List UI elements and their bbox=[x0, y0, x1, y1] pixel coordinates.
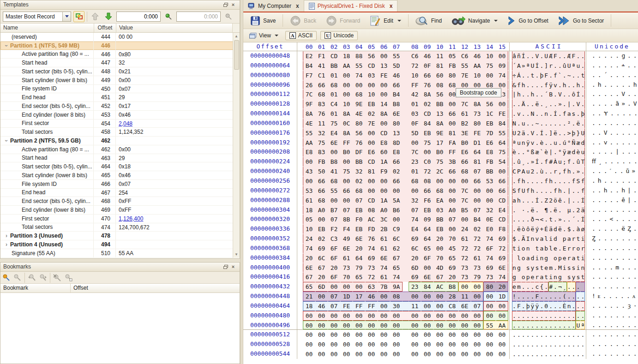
ascii-char[interactable] bbox=[562, 205, 567, 215]
ascii-char[interactable] bbox=[512, 253, 517, 263]
hex-byte[interactable]: 00 bbox=[390, 330, 403, 340]
hex-byte[interactable]: 11 bbox=[315, 119, 328, 128]
hex-byte[interactable]: 69 bbox=[315, 244, 328, 253]
ascii-char[interactable]: a bbox=[567, 234, 572, 244]
hex-byte[interactable]: 73 bbox=[471, 263, 483, 273]
ascii-char[interactable]: . bbox=[539, 176, 544, 186]
hex-byte[interactable]: 65 bbox=[353, 272, 365, 282]
ascii-char[interactable]: . bbox=[539, 80, 544, 90]
ascii-char[interactable]: ö bbox=[553, 196, 558, 205]
hex-byte[interactable]: 6E bbox=[340, 244, 353, 253]
ascii-char[interactable]: ë bbox=[576, 119, 580, 128]
ascii-char[interactable]: . bbox=[548, 109, 553, 119]
hex-byte[interactable]: E6 bbox=[483, 138, 496, 148]
ascii-char[interactable]: . bbox=[526, 51, 530, 61]
hex-byte[interactable]: 46 bbox=[471, 51, 483, 61]
unicode-text[interactable]: ....ȁ».V bbox=[586, 99, 638, 109]
ascii-char[interactable]: . bbox=[526, 349, 530, 359]
hex-byte[interactable]: 00 bbox=[446, 186, 458, 196]
hex-byte[interactable]: 00 bbox=[409, 292, 421, 301]
ascii-char[interactable]: . bbox=[539, 330, 544, 340]
hex-byte[interactable]: 00 bbox=[483, 340, 496, 349]
hex-byte[interactable]: 00 bbox=[483, 292, 496, 301]
ascii-char[interactable]: h bbox=[562, 80, 567, 90]
ascii-char[interactable]: ~ bbox=[567, 71, 572, 80]
hex-byte[interactable]: 61 bbox=[378, 234, 390, 244]
hex-byte[interactable]: 03 bbox=[433, 205, 446, 215]
ascii-char[interactable]: . bbox=[558, 349, 562, 359]
ascii-char[interactable]: . bbox=[512, 330, 517, 340]
hex-byte[interactable]: BB bbox=[483, 167, 496, 176]
hex-byte[interactable]: 00 bbox=[496, 99, 508, 109]
hex-byte[interactable]: 84 bbox=[421, 282, 433, 292]
ascii-char[interactable]: o bbox=[576, 244, 580, 253]
ascii-char[interactable]: . bbox=[562, 340, 567, 349]
ascii-char[interactable]: . bbox=[580, 301, 585, 311]
hex-byte[interactable]: 69 bbox=[409, 234, 421, 244]
hex-byte[interactable]: B4 bbox=[303, 61, 315, 71]
ascii-char[interactable]: . bbox=[558, 244, 562, 253]
hex-byte[interactable]: 00 bbox=[353, 349, 365, 359]
ascii-char[interactable]: . bbox=[530, 340, 535, 349]
hex-byte[interactable]: 11 bbox=[458, 292, 471, 301]
hex-byte[interactable]: 02 bbox=[365, 109, 378, 119]
hex-byte[interactable]: 8A bbox=[303, 109, 315, 119]
hex-byte[interactable]: 09 bbox=[421, 215, 433, 224]
hex-byte[interactable]: 00 bbox=[421, 292, 433, 301]
hex-byte[interactable]: 00 bbox=[340, 340, 353, 349]
ascii-char[interactable]: . bbox=[539, 349, 544, 359]
hex-byte[interactable]: BB bbox=[328, 61, 340, 71]
hex-byte[interactable]: 5D bbox=[390, 61, 403, 71]
ascii-char[interactable]: f bbox=[553, 71, 558, 80]
ascii-char[interactable]: . bbox=[562, 51, 567, 61]
ascii-char[interactable]: . bbox=[517, 292, 521, 301]
hex-byte[interactable]: 66 bbox=[496, 176, 508, 186]
ascii-char[interactable]: . bbox=[576, 109, 580, 119]
ascii-char[interactable]: . bbox=[517, 234, 521, 244]
ascii-char[interactable]: . bbox=[544, 330, 548, 340]
hex-byte[interactable]: 8A bbox=[340, 109, 353, 119]
ascii-char[interactable]: . bbox=[567, 340, 572, 349]
ascii-char[interactable]: d bbox=[580, 138, 585, 148]
hex-byte[interactable]: 81 bbox=[433, 61, 446, 71]
hex-byte[interactable]: 00 bbox=[483, 330, 496, 340]
hex-byte[interactable]: EB bbox=[365, 99, 378, 109]
ascii-char[interactable]: n bbox=[553, 272, 558, 282]
ascii-char[interactable]: . bbox=[530, 292, 535, 301]
hex-byte[interactable]: 00 bbox=[365, 138, 378, 148]
hex-byte[interactable]: 00 bbox=[409, 138, 421, 148]
ascii-char[interactable]: . bbox=[548, 205, 553, 215]
hex-byte[interactable]: 00 bbox=[421, 349, 433, 359]
hex-byte[interactable]: 9E bbox=[353, 99, 365, 109]
hex-byte[interactable]: 00 bbox=[446, 224, 458, 234]
ascii-char[interactable]: . bbox=[562, 321, 567, 330]
ascii-char[interactable]: ß bbox=[530, 147, 535, 157]
goto-offset-input[interactable] bbox=[116, 12, 161, 22]
ascii-char[interactable]: U bbox=[512, 128, 517, 138]
unicode-text[interactable]: ........ bbox=[586, 311, 638, 321]
ascii-char[interactable]: u bbox=[526, 167, 530, 176]
ascii-char[interactable]: . bbox=[539, 119, 544, 128]
hex-byte[interactable]: 00 bbox=[315, 311, 328, 321]
ascii-char[interactable]: f bbox=[562, 167, 567, 176]
ascii-char[interactable]: þ bbox=[539, 71, 544, 80]
template-row[interactable]: ›Partition 3 (Unused)478 bbox=[0, 232, 240, 240]
hex-byte[interactable]: 4E bbox=[303, 119, 315, 128]
ascii-char[interactable]: . bbox=[535, 128, 539, 138]
hex-byte[interactable]: 23 bbox=[409, 282, 421, 292]
hex-byte[interactable]: 32 bbox=[353, 167, 365, 176]
hex-byte[interactable]: 73 bbox=[458, 263, 471, 273]
hex-byte[interactable]: 03 bbox=[365, 71, 378, 80]
hex-byte[interactable]: 7C bbox=[409, 147, 421, 157]
ascii-char[interactable]: Í bbox=[535, 157, 539, 167]
ascii-char[interactable]: . bbox=[521, 282, 526, 292]
ascii-char[interactable]: . bbox=[558, 311, 562, 321]
ascii-char[interactable]: . bbox=[548, 186, 553, 196]
hex-byte[interactable]: 10 bbox=[409, 71, 421, 80]
hex-byte[interactable]: 60 bbox=[433, 71, 446, 80]
hex-byte[interactable]: 00 bbox=[496, 51, 508, 61]
hex-byte[interactable]: EB bbox=[483, 119, 496, 128]
hex-byte[interactable]: 00 bbox=[365, 330, 378, 340]
ascii-char[interactable]: f bbox=[544, 80, 548, 90]
hex-byte[interactable]: 41 bbox=[315, 61, 328, 71]
